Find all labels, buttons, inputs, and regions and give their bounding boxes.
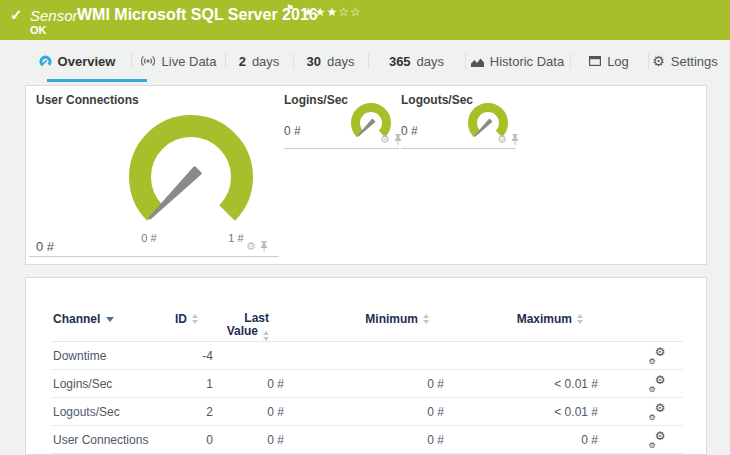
gauges-panel: User Connections 0 # 1 # 0 # ⚙ Logins/Se… [25, 85, 707, 265]
last-value: 0 # [184, 370, 284, 398]
gauge-actions: ⚙ [380, 134, 402, 145]
tab-overview[interactable]: Overview [23, 48, 131, 74]
channel-settings-icon[interactable]: ⚙⚙ [649, 350, 666, 366]
sensor-title: WMI Microsoft SQL Server 2016 [77, 6, 318, 24]
gauge-cell-divider [284, 148, 399, 149]
tab-settings[interactable]: ⚙ Settings [648, 48, 722, 74]
tab-label: Settings [671, 54, 718, 69]
stars-filled: ★★★ [303, 5, 338, 19]
user-connections-gauge [116, 102, 266, 252]
maximum-value: < 0.01 # [498, 370, 598, 398]
tab-historic-data[interactable]: Historic Data [465, 48, 570, 74]
gauge-value: 0 # [36, 239, 54, 254]
log-icon [589, 56, 601, 66]
table-row: User Connections 0 0 # 0 # 0 # ⚙⚙ [51, 426, 683, 454]
sensor-header: ✓ Sensor WMI Microsoft SQL Server 2016 ⚑… [0, 0, 730, 40]
pin-icon[interactable] [511, 134, 519, 145]
sort-icon [263, 331, 269, 341]
channel-name: Logins/Sec [53, 370, 112, 398]
sort-icon [577, 314, 583, 324]
tab-separator [131, 53, 132, 69]
priority-stars[interactable]: ★★★☆☆ [303, 5, 362, 19]
ok-check-icon: ✓ [10, 6, 23, 24]
tab-label: days [417, 54, 444, 69]
gauge-needle [150, 168, 200, 218]
gear-icon[interactable]: ⚙ [246, 241, 256, 252]
tab-separator [465, 53, 466, 69]
tab-separator [570, 53, 571, 69]
tab-365-days[interactable]: 365 days [368, 48, 465, 74]
gauge-scale-min: 0 # [131, 232, 167, 244]
table-row: Logins/Sec 1 0 # 0 # < 0.01 # ⚙⚙ [51, 370, 683, 398]
column-header-maximum[interactable]: Maximum [458, 312, 583, 326]
gauge-value: 0 # [284, 124, 301, 138]
maximum-value: < 0.01 # [498, 398, 598, 426]
stars-empty: ☆☆ [338, 5, 362, 19]
tab-number: 2 [239, 54, 246, 69]
table-row: Logouts/Sec 2 0 # 0 # < 0.01 # ⚙⚙ [51, 398, 683, 426]
tab-live-data[interactable]: Live Data [131, 48, 225, 74]
tab-2-days[interactable]: 2 days [225, 48, 293, 74]
gauge-icon [39, 55, 52, 68]
tab-number: 365 [389, 54, 411, 69]
tab-number: 30 [307, 54, 321, 69]
tab-separator [225, 53, 226, 69]
channels-panel: Channel ID Last Value Minimum Maximum Do… [25, 277, 707, 455]
channel-id: -4 [113, 342, 213, 370]
tab-label: Overview [58, 54, 116, 69]
flag-icon[interactable]: ⚑ [286, 3, 294, 13]
tab-separator [648, 53, 649, 69]
channel-name: Downtime [53, 342, 106, 370]
minimum-value: 0 # [344, 426, 444, 454]
chart-icon [471, 56, 484, 67]
gauge-cell-divider [401, 148, 516, 149]
channel-settings-icon[interactable]: ⚙⚙ [649, 406, 666, 422]
tab-30-days[interactable]: 30 days [293, 48, 368, 74]
tab-bar: Overview Live Data 2 days 30 days 365 da… [0, 40, 730, 85]
gear-icon[interactable]: ⚙ [380, 134, 390, 145]
gear-icon[interactable]: ⚙ [497, 134, 507, 145]
gear-icon: ⚙ [652, 54, 665, 68]
sensor-status-badge: OK [30, 24, 47, 36]
tab-log[interactable]: Log [570, 48, 648, 74]
sort-icon [423, 314, 429, 324]
column-header-label: Maximum [517, 312, 572, 326]
column-header-label: Value [227, 324, 258, 338]
sensor-kind-label: Sensor [30, 7, 78, 24]
tab-label: days [327, 54, 354, 69]
tab-label: Historic Data [490, 54, 564, 69]
tab-separator [293, 53, 294, 69]
channel-settings-icon[interactable]: ⚙⚙ [649, 378, 666, 394]
tab-label: Log [607, 54, 629, 69]
prtg-sensor-page: ✓ Sensor WMI Microsoft SQL Server 2016 ⚑… [0, 0, 730, 455]
column-header-last-value[interactable]: Last Value [184, 312, 269, 341]
last-value: 0 # [184, 398, 284, 426]
gauge-cell-divider [29, 256, 279, 257]
column-header-minimum[interactable]: Minimum [304, 312, 429, 326]
gauge-actions: ⚙ [497, 134, 519, 145]
tab-separator [368, 53, 369, 69]
channel-name: Logouts/Sec [53, 398, 120, 426]
minimum-value: 0 # [344, 398, 444, 426]
gauge-value: 0 # [401, 124, 418, 138]
gauge-actions: ⚙ [246, 241, 268, 252]
channel-settings-icon[interactable]: ⚙⚙ [649, 434, 666, 450]
tab-label: days [252, 54, 279, 69]
active-tab-underline [47, 79, 147, 82]
table-row: Downtime -4 ⚙⚙ [51, 342, 683, 370]
column-header-id[interactable]: ID [86, 312, 198, 326]
maximum-value: 0 # [498, 426, 598, 454]
last-value: 0 # [184, 426, 284, 454]
live-data-icon [140, 55, 156, 67]
tab-label: Live Data [162, 54, 217, 69]
column-header-label: Minimum [365, 312, 418, 326]
gauge-title: Logins/Sec [284, 93, 348, 107]
pin-icon[interactable] [260, 241, 268, 252]
minimum-value: 0 # [344, 370, 444, 398]
